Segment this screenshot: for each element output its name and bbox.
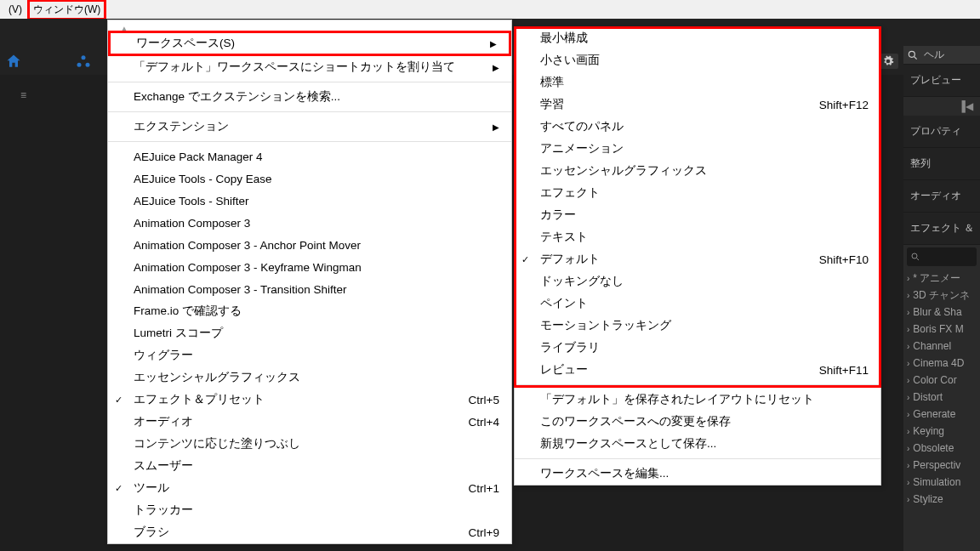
svg-point-5: [912, 253, 917, 258]
list-item[interactable]: ›3D チャンネ: [903, 287, 980, 304]
menu-item[interactable]: ウィグラー: [108, 344, 511, 366]
separator: [108, 141, 511, 142]
property-tab[interactable]: プロパティ: [903, 116, 980, 148]
menu-item-tool[interactable]: ✓ ツール Ctrl+1: [108, 477, 511, 499]
shortcut-label: Ctrl+1: [435, 482, 499, 495]
list-item[interactable]: ›Boris FX M: [903, 321, 980, 338]
help-search-label: ヘル: [924, 48, 944, 62]
shortcut-label: Ctrl+5: [435, 394, 499, 406]
menu-item[interactable]: Frame.io で確認する: [108, 300, 511, 322]
svg-point-0: [82, 55, 86, 60]
list-item[interactable]: ›Distort: [903, 389, 980, 406]
menu-item[interactable]: Animation Composer 3 - Transition Shifte…: [108, 278, 511, 300]
checkmark-icon: ✓: [115, 483, 122, 494]
list-item[interactable]: ›Perspectiv: [903, 457, 980, 474]
menu-item[interactable]: Lumetri スコープ: [108, 322, 511, 344]
list-icon[interactable]: ≡: [20, 89, 26, 101]
search-icon: [907, 49, 919, 61]
ws-item-min[interactable]: 最小構成: [515, 27, 880, 49]
menu-item[interactable]: エッセンシャルグラフィックス: [108, 366, 511, 389]
shortcut-label: Shift+F12: [785, 99, 869, 111]
effects-presets-tab[interactable]: エフェクト ＆: [903, 213, 980, 245]
shortcut-label: Shift+F10: [785, 253, 869, 266]
svg-line-4: [914, 56, 917, 59]
audio-tab[interactable]: オーディオ: [903, 180, 980, 213]
window-menu: ▲ ワークスペース(S)▶ 「デフォルト」ワークスペースにショートカットを割り当…: [107, 20, 512, 544]
menu-item[interactable]: コンテンツに応じた塗りつぶし: [108, 433, 511, 455]
ws-item-small-screen[interactable]: 小さい画面: [515, 49, 880, 71]
preview-tab[interactable]: プレビュー: [903, 65, 980, 97]
menu-item[interactable]: AEJuice Tools - Shifter: [108, 190, 511, 212]
list-item[interactable]: ›Keying: [903, 423, 980, 440]
menu-item-exchange-search[interactable]: Exchange でエクステンションを検索...: [108, 86, 511, 108]
list-item[interactable]: ›Simulation: [903, 474, 980, 491]
effects-list: ›* アニメー ›3D チャンネ ›Blur & Sha ›Boris FX M…: [903, 266, 980, 511]
list-item[interactable]: ›Color Cor: [903, 372, 980, 389]
list-item[interactable]: ›Blur & Sha: [903, 304, 980, 321]
menu-item-extension[interactable]: エクステンション▶: [108, 116, 511, 138]
ws-item-effects[interactable]: エフェクト: [515, 182, 880, 204]
ws-item-learn[interactable]: 学習 Shift+F12: [515, 94, 880, 116]
list-item[interactable]: ›Generate: [903, 406, 980, 423]
align-tab[interactable]: 整列: [903, 148, 980, 180]
separator: [108, 82, 511, 82]
ws-item-save-as-new[interactable]: 新規ワークスペースとして保存...: [515, 433, 880, 455]
chevron-right-icon: ▶: [493, 63, 499, 72]
menu-item[interactable]: Animation Composer 3 - Anchor Point Move…: [108, 234, 511, 256]
ws-item-save-changes[interactable]: このワークスペースへの変更を保存: [515, 411, 880, 433]
ws-item-animation[interactable]: アニメーション: [515, 138, 880, 160]
menu-item[interactable]: トラッカー: [108, 499, 511, 521]
ws-item-edit-ws[interactable]: ワークスペースを編集...: [515, 463, 880, 485]
menu-item-assign-shortcut[interactable]: 「デフォルト」ワークスペースにショートカットを割り当て▶: [108, 56, 511, 78]
search-icon: [910, 252, 920, 262]
ws-item-color[interactable]: カラー: [515, 204, 880, 226]
ws-item-text[interactable]: テキスト: [515, 226, 880, 248]
preview-controls: ▐◀: [903, 97, 980, 116]
ws-item-review[interactable]: レビュー Shift+F11: [515, 359, 880, 381]
menu-item-brush[interactable]: ブラシ Ctrl+9: [108, 521, 511, 543]
shortcut-label: Ctrl+9: [435, 526, 499, 539]
ws-item-motion-tracking[interactable]: モーショントラッキング: [515, 315, 880, 337]
ws-item-paint[interactable]: ペイント: [515, 293, 880, 315]
ws-item-reset-layout[interactable]: 「デフォルト」を保存されたレイアウトにリセット: [515, 389, 880, 411]
list-item[interactable]: ›Obsolete: [903, 440, 980, 457]
list-item[interactable]: ›Cinema 4D: [903, 355, 980, 372]
chevron-right-icon: ▶: [493, 122, 499, 132]
menu-window[interactable]: ウィンドウ(W): [27, 0, 106, 20]
effects-search[interactable]: [907, 247, 977, 266]
right-panel: ヘル プレビュー ▐◀ プロパティ 整列 オーディオ エフェクト ＆ ›* アニ…: [903, 46, 980, 551]
skip-end-icon[interactable]: ▐◀: [958, 100, 973, 112]
help-search[interactable]: ヘル: [903, 46, 980, 65]
shortcut-label: Ctrl+4: [435, 416, 499, 429]
menu-item[interactable]: Animation Composer 3 - Keyframe Wingman: [108, 256, 511, 278]
separator: [515, 384, 880, 385]
separator: [108, 111, 511, 112]
ws-item-no-docking[interactable]: ドッキングなし: [515, 270, 880, 293]
list-item[interactable]: ›* アニメー: [903, 270, 980, 287]
menu-item[interactable]: AEJuice Tools - Copy Ease: [108, 168, 511, 190]
home-icon[interactable]: [5, 53, 29, 77]
workspace-icon[interactable]: [75, 53, 99, 77]
menu-item[interactable]: AEJuice Pack Manager 4: [108, 145, 511, 168]
menu-item-workspace[interactable]: ワークスペース(S)▶: [108, 31, 511, 56]
list-item[interactable]: ›Stylize: [903, 491, 980, 508]
shortcut-label: Shift+F11: [785, 364, 869, 377]
separator: [515, 458, 880, 459]
ws-item-library[interactable]: ライブラリ: [515, 337, 880, 359]
ws-item-standard[interactable]: 標準: [515, 71, 880, 94]
chevron-right-icon: ▶: [490, 39, 497, 48]
menu-item[interactable]: Animation Composer 3: [108, 212, 511, 234]
svg-point-2: [86, 63, 90, 67]
menu-item-audio[interactable]: オーディオ Ctrl+4: [108, 411, 511, 433]
menu-bar: (V) ウィンドウ(W): [0, 0, 980, 19]
list-item[interactable]: ›Channel: [903, 338, 980, 355]
ws-item-all-panels[interactable]: すべてのパネル: [515, 116, 880, 138]
svg-point-1: [77, 63, 82, 67]
ws-item-essential-gfx[interactable]: エッセンシャルグラフィックス: [515, 160, 880, 182]
menu-item[interactable]: スムーザー: [108, 455, 511, 477]
ws-item-default[interactable]: ✓ デフォルト Shift+F10: [515, 248, 880, 270]
menu-view[interactable]: (V): [3, 2, 27, 17]
menu-item-effects-presets[interactable]: ✓ エフェクト＆プリセット Ctrl+5: [108, 389, 511, 411]
svg-line-6: [917, 258, 920, 261]
checkmark-icon: ✓: [521, 254, 529, 265]
